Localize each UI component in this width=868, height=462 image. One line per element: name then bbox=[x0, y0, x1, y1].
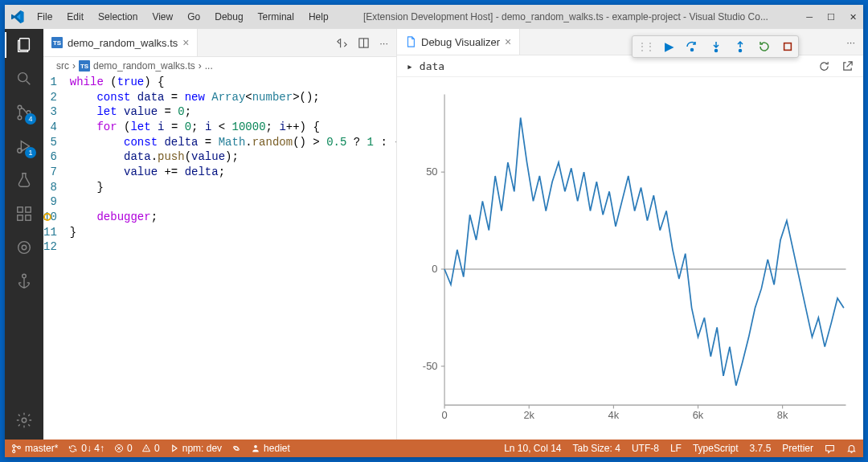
svg-point-44 bbox=[254, 445, 257, 448]
breakpoint-icon[interactable] bbox=[43, 213, 51, 221]
breadcrumb[interactable]: src › TS demo_random_walks.ts › ... bbox=[43, 57, 396, 75]
status-problems[interactable]: 0 0 bbox=[114, 443, 160, 454]
settings-icon[interactable] bbox=[14, 411, 34, 430]
menu-file[interactable]: File bbox=[31, 8, 59, 26]
explorer-icon[interactable] bbox=[14, 35, 34, 55]
window-title: [Extension Development Host] - demo_rand… bbox=[335, 11, 797, 22]
continue-icon[interactable]: ▶ bbox=[665, 39, 674, 54]
breadcrumb-file: demo_random_walks.ts bbox=[93, 60, 195, 72]
menu-go[interactable]: Go bbox=[181, 8, 207, 26]
refresh-icon[interactable] bbox=[818, 60, 830, 72]
menu-view[interactable]: View bbox=[145, 8, 179, 26]
file-icon bbox=[405, 36, 416, 47]
svg-rect-7 bbox=[18, 215, 23, 220]
debug-toolbar[interactable]: ⋮⋮ ▶ bbox=[632, 35, 799, 58]
tab-filename: demo_random_walks.ts bbox=[68, 37, 178, 49]
chevron-right-icon[interactable]: ▸ bbox=[407, 60, 413, 72]
step-over-icon[interactable] bbox=[686, 40, 698, 53]
svg-point-2 bbox=[18, 105, 22, 109]
activitybar: 4 1 bbox=[5, 29, 43, 440]
tab-file[interactable]: TS demo_random_walks.ts × bbox=[43, 29, 198, 56]
more-icon[interactable]: ··· bbox=[379, 37, 388, 49]
menubar: File Edit Selection View Go Debug Termin… bbox=[31, 8, 335, 26]
status-bell-icon[interactable] bbox=[846, 444, 857, 454]
split-icon[interactable] bbox=[358, 37, 370, 49]
status-eol[interactable]: LF bbox=[670, 443, 682, 454]
status-version[interactable]: 3.7.5 bbox=[750, 443, 772, 454]
menu-edit[interactable]: Edit bbox=[60, 8, 90, 26]
tab-close-icon[interactable]: × bbox=[505, 35, 511, 48]
menu-selection[interactable]: Selection bbox=[92, 8, 144, 26]
code-editor[interactable]: 123456789101112 while (true) { const dat… bbox=[43, 75, 396, 440]
status-prettier[interactable]: Prettier bbox=[782, 443, 813, 454]
statusbar: master* 0↓ 4↑ 0 0 npm: dev hediet Ln 10,… bbox=[5, 440, 863, 457]
svg-text:8k: 8k bbox=[777, 409, 788, 421]
run-badge: 1 bbox=[25, 147, 36, 158]
anchor-icon[interactable] bbox=[14, 272, 34, 291]
typescript-icon: TS bbox=[51, 37, 63, 48]
svg-rect-6 bbox=[18, 207, 23, 212]
status-liveshare[interactable]: hediet bbox=[251, 443, 290, 454]
debug-icon[interactable]: 1 bbox=[14, 137, 34, 156]
status-feedback-icon[interactable] bbox=[825, 444, 835, 454]
svg-point-1 bbox=[18, 73, 27, 82]
status-sync[interactable]: 0↓ 4↑ bbox=[68, 443, 104, 454]
svg-point-10 bbox=[18, 242, 31, 254]
tab-visualizer[interactable]: Debug Visualizer × bbox=[397, 29, 520, 55]
svg-point-12 bbox=[23, 274, 27, 278]
extensions-icon[interactable] bbox=[14, 204, 34, 223]
restart-icon[interactable] bbox=[758, 40, 771, 53]
test-icon[interactable] bbox=[14, 170, 34, 190]
svg-point-34 bbox=[691, 49, 694, 51]
breadcrumb-folder: src bbox=[56, 60, 69, 72]
svg-rect-0 bbox=[20, 39, 30, 51]
status-task[interactable]: npm: dev bbox=[170, 443, 222, 454]
svg-text:4k: 4k bbox=[608, 409, 620, 421]
menu-help[interactable]: Help bbox=[302, 8, 335, 26]
svg-text:6k: 6k bbox=[693, 409, 704, 421]
editor-group-right: Debug Visualizer × ··· ▸ data bbox=[397, 29, 863, 440]
svg-point-43 bbox=[233, 446, 240, 451]
status-encoding[interactable]: UTF-8 bbox=[632, 443, 659, 454]
status-tabsize[interactable]: Tab Size: 4 bbox=[573, 443, 620, 454]
status-cursor[interactable]: Ln 10, Col 14 bbox=[504, 443, 561, 454]
more-icon[interactable]: ··· bbox=[846, 36, 855, 48]
status-language[interactable]: TypeScript bbox=[693, 443, 739, 454]
svg-text:2k: 2k bbox=[523, 409, 534, 421]
svg-point-39 bbox=[13, 450, 15, 452]
popout-icon[interactable] bbox=[841, 60, 854, 72]
menu-debug[interactable]: Debug bbox=[208, 8, 249, 26]
editor-group-left: TS demo_random_walks.ts × ··· src › TS bbox=[43, 29, 397, 440]
menu-terminal[interactable]: Terminal bbox=[252, 8, 301, 26]
step-into-icon[interactable] bbox=[710, 40, 723, 53]
compare-icon[interactable] bbox=[336, 37, 348, 49]
svg-rect-9 bbox=[26, 207, 31, 212]
scm-badge: 4 bbox=[25, 113, 36, 125]
minimize-button[interactable]: ─ bbox=[806, 12, 813, 22]
titlebar: File Edit Selection View Go Debug Termin… bbox=[5, 5, 863, 29]
svg-text:50: 50 bbox=[426, 166, 437, 178]
close-button[interactable]: ✕ bbox=[850, 12, 857, 22]
svg-text:0: 0 bbox=[441, 409, 447, 421]
tab-close-icon[interactable]: × bbox=[182, 36, 189, 49]
svg-text:0: 0 bbox=[432, 263, 437, 275]
tabs-left: TS demo_random_walks.ts × ··· bbox=[43, 29, 396, 57]
scm-icon[interactable]: 4 bbox=[14, 103, 34, 122]
visualizer-expression[interactable]: data bbox=[420, 60, 812, 72]
target-icon[interactable] bbox=[14, 238, 34, 257]
tab-visualizer-label: Debug Visualizer bbox=[421, 36, 500, 48]
stop-icon[interactable] bbox=[782, 41, 793, 52]
maximize-button[interactable]: ☐ bbox=[827, 12, 835, 22]
svg-point-3 bbox=[18, 116, 22, 120]
drag-handle-icon[interactable]: ⋮⋮ bbox=[637, 41, 653, 52]
chart: -5005002k4k6k8k bbox=[397, 77, 863, 440]
status-branch[interactable]: master* bbox=[11, 443, 58, 454]
svg-point-38 bbox=[13, 444, 15, 447]
step-out-icon[interactable] bbox=[734, 40, 747, 53]
search-icon[interactable] bbox=[14, 69, 34, 88]
svg-point-11 bbox=[22, 245, 27, 250]
status-debug-target[interactable] bbox=[231, 444, 241, 453]
svg-point-35 bbox=[715, 50, 718, 52]
typescript-icon: TS bbox=[79, 60, 90, 72]
breadcrumb-rest: ... bbox=[205, 60, 213, 72]
